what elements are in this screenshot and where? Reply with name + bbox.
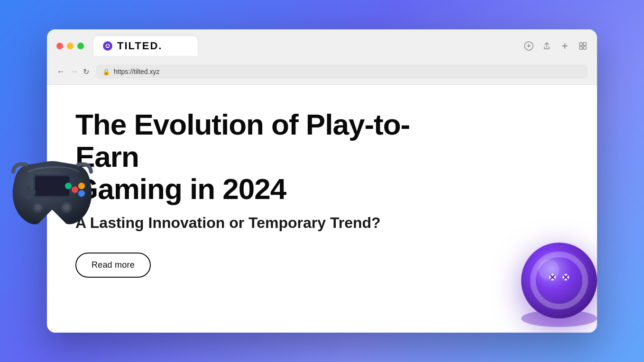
traffic-light-yellow[interactable] bbox=[67, 43, 74, 49]
share-icon[interactable] bbox=[542, 41, 552, 51]
svg-point-30 bbox=[63, 204, 70, 210]
download-icon[interactable] bbox=[524, 41, 534, 51]
back-button[interactable]: ← bbox=[56, 67, 65, 76]
lock-icon: 🔒 bbox=[102, 68, 110, 75]
svg-point-2 bbox=[106, 45, 107, 46]
browser-titlebar: TiLTED. bbox=[47, 29, 597, 61]
traffic-lights bbox=[56, 43, 84, 49]
traffic-light-red[interactable] bbox=[56, 43, 63, 49]
browser-chrome: TiLTED. bbox=[47, 29, 597, 85]
svg-point-26 bbox=[65, 182, 72, 189]
svg-rect-5 bbox=[580, 43, 582, 45]
tab-favicon bbox=[103, 41, 112, 51]
browser-tab[interactable]: TiLTED. bbox=[93, 36, 198, 56]
svg-rect-7 bbox=[580, 46, 582, 49]
refresh-button[interactable]: ↻ bbox=[83, 67, 89, 76]
svg-rect-8 bbox=[583, 46, 586, 49]
svg-rect-22 bbox=[26, 185, 31, 199]
svg-point-28 bbox=[35, 204, 41, 210]
svg-point-3 bbox=[108, 45, 109, 46]
new-tab-icon[interactable] bbox=[560, 41, 570, 51]
browser-content: The Evolution of Play-to-Earn Gaming in … bbox=[47, 85, 597, 333]
svg-point-0 bbox=[104, 43, 111, 49]
address-bar[interactable]: 🔒 https://tilted.xyz bbox=[96, 64, 588, 79]
browser-addressbar: ← → ↻ 🔒 https://tilted.xyz bbox=[47, 61, 597, 84]
page-title: The Evolution of Play-to-Earn Gaming in … bbox=[75, 109, 455, 206]
svg-point-25 bbox=[78, 190, 85, 197]
svg-point-23 bbox=[72, 186, 78, 193]
nav-buttons: ← → ↻ bbox=[56, 67, 89, 76]
browser-toolbar-icons bbox=[524, 41, 588, 51]
traffic-light-green[interactable] bbox=[77, 43, 84, 49]
svg-rect-6 bbox=[583, 43, 586, 45]
page-subtitle: A Lasting Innovation or Temporary Trend? bbox=[75, 214, 569, 232]
orb-decoration bbox=[512, 235, 597, 330]
url-text: https://tilted.xyz bbox=[114, 68, 159, 75]
read-more-button[interactable]: Read more bbox=[75, 253, 151, 278]
browser-window: TiLTED. bbox=[47, 29, 597, 333]
grid-icon[interactable] bbox=[578, 41, 588, 51]
svg-rect-20 bbox=[35, 176, 69, 196]
svg-point-12 bbox=[538, 259, 559, 280]
tab-logo: TiLTED. bbox=[117, 40, 162, 52]
forward-button[interactable]: → bbox=[70, 67, 78, 76]
gamepad-decoration bbox=[0, 138, 104, 244]
svg-point-24 bbox=[78, 182, 85, 189]
tab-title-text: TiLTED. bbox=[117, 40, 162, 52]
